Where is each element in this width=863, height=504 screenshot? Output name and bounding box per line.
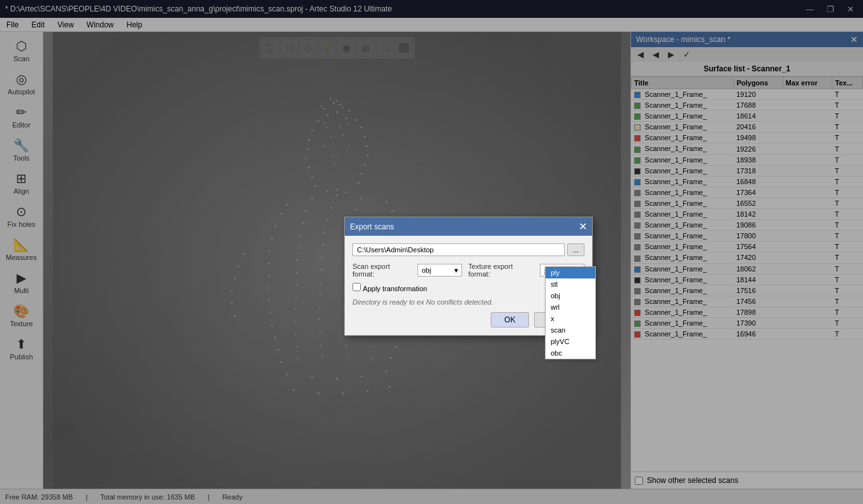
dropdown-item-x[interactable]: x xyxy=(546,313,595,324)
path-input[interactable] xyxy=(352,243,565,256)
path-row: ... xyxy=(352,243,584,256)
dialog-close-button[interactable]: ✕ xyxy=(579,220,587,233)
dropdown-item-stl[interactable]: stl xyxy=(546,278,595,290)
dropdown-item-plyvc[interactable]: plyVC xyxy=(546,336,595,347)
apply-transform-label[interactable]: Apply transformation xyxy=(363,285,427,292)
dialog-title-text: Export scans xyxy=(350,222,394,231)
no-conflicts-text: No conflicts detected. xyxy=(426,298,493,306)
scan-format-select[interactable]: obj xyxy=(417,264,462,277)
dropdown-item-ply[interactable]: ply xyxy=(546,267,595,278)
browse-button[interactable]: ... xyxy=(567,243,584,256)
ok-button[interactable]: OK xyxy=(491,312,528,328)
dropdown-item-obc[interactable]: obc xyxy=(546,347,595,359)
dropdown-item-obj[interactable]: obj xyxy=(546,290,595,301)
scan-format-dropdown: ply stl obj wrl x scan plyVC obc xyxy=(545,266,596,359)
apply-transform-checkbox[interactable] xyxy=(352,283,361,291)
scan-format-wrapper: obj ▼ xyxy=(417,264,462,277)
texture-format-label: Texture export format: xyxy=(468,263,533,278)
modal-overlay: Export scans ✕ ... Scan export format: o… xyxy=(0,0,863,504)
dropdown-item-wrl[interactable]: wrl xyxy=(546,301,595,313)
dialog-title-bar: Export scans ✕ xyxy=(345,217,592,236)
scan-format-label: Scan export format: xyxy=(352,263,411,278)
dialog-status-text: Directory is ready to ex xyxy=(352,298,424,306)
dropdown-item-scan[interactable]: scan xyxy=(546,324,595,336)
